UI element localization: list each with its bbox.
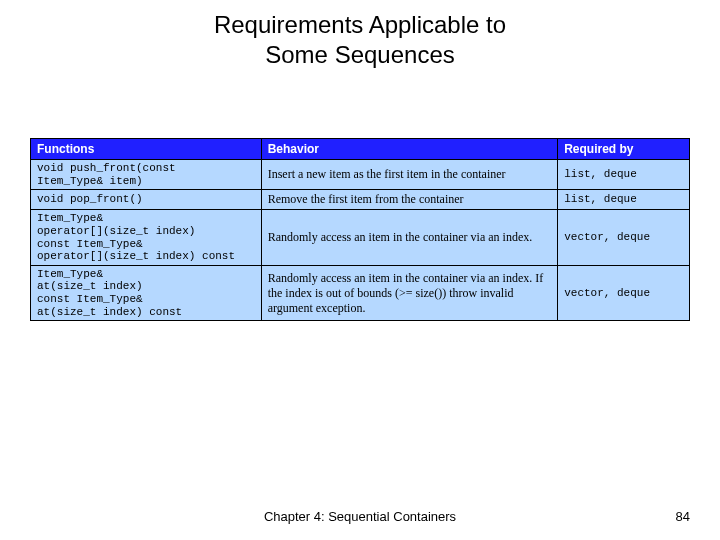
cell-behavior: Randomly access an item in the container… xyxy=(261,210,558,266)
cell-required-by: vector, deque xyxy=(558,265,690,321)
cell-required-by: list, deque xyxy=(558,190,690,210)
header-behavior: Behavior xyxy=(261,139,558,160)
header-functions: Functions xyxy=(31,139,262,160)
cell-functions: Item_Type& at(size_t index) const Item_T… xyxy=(31,265,262,321)
cell-behavior: Insert a new item as the first item in t… xyxy=(261,160,558,190)
cell-required-by: list, deque xyxy=(558,160,690,190)
cell-required-by: vector, deque xyxy=(558,210,690,266)
table-row: Item_Type& at(size_t index) const Item_T… xyxy=(31,265,690,321)
requirements-table-wrap: Functions Behavior Required by void push… xyxy=(30,138,690,321)
requirements-table: Functions Behavior Required by void push… xyxy=(30,138,690,321)
cell-functions: Item_Type& operator[](size_t index) cons… xyxy=(31,210,262,266)
cell-functions: void push_front(const Item_Type& item) xyxy=(31,160,262,190)
slide-title: Requirements Applicable to Some Sequence… xyxy=(0,10,720,70)
page-number: 84 xyxy=(676,509,690,524)
cell-behavior: Randomly access an item in the container… xyxy=(261,265,558,321)
header-required-by: Required by xyxy=(558,139,690,160)
footer-chapter: Chapter 4: Sequential Containers xyxy=(0,509,720,524)
title-line-2: Some Sequences xyxy=(265,41,454,68)
table-row: void push_front(const Item_Type& item) I… xyxy=(31,160,690,190)
title-line-1: Requirements Applicable to xyxy=(214,11,506,38)
cell-behavior: Remove the first item from the container xyxy=(261,190,558,210)
table-row: Item_Type& operator[](size_t index) cons… xyxy=(31,210,690,266)
cell-functions: void pop_front() xyxy=(31,190,262,210)
table-row: void pop_front() Remove the first item f… xyxy=(31,190,690,210)
table-header-row: Functions Behavior Required by xyxy=(31,139,690,160)
